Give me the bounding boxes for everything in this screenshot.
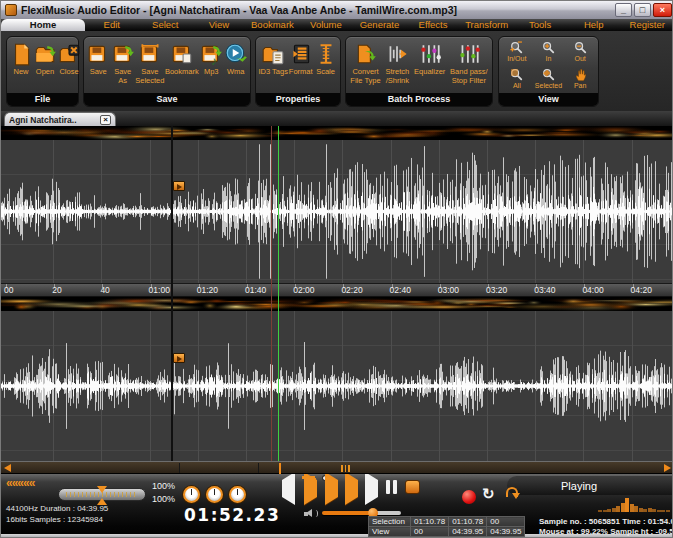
ribbon-button-label: In [546,55,552,63]
ribbon-button-bookmark[interactable]: Bookmark [165,39,199,92]
mouse-position-text: Mouse at : 99.22% Sample ht : -09.56% [539,527,673,536]
save-selected-icon [138,42,162,66]
scroll-left-icon[interactable] [4,464,11,472]
ribbon-button-save-as[interactable]: Save As [111,39,135,92]
ribbon-button-mp3[interactable]: ♪Mp3 [199,39,223,92]
current-time-display: 01:52.23 [184,505,280,525]
menu-item-volume[interactable]: Volume [299,19,353,31]
time-value: 04:39.95 [487,527,525,537]
ribbon-group-view: In/OutInOutAllSelectedPanView [498,36,599,107]
ribbon-button-in-out[interactable]: In/Out [501,39,532,66]
ribbon-button-equalizer[interactable]: Equalizer [414,39,445,92]
ribbon-button-convert-file-type[interactable]: Convert File Type [350,39,380,92]
rewind-chevrons-icon[interactable]: ««««« [6,476,34,490]
bookmark-flag-icon[interactable] [173,181,185,191]
table-row: Selection01:10.7801:10.7800 [369,517,525,527]
menu-item-bookmark[interactable]: Bookmark [246,19,300,31]
overview-strip-bottom[interactable] [1,297,673,311]
close-file-icon [57,42,81,66]
ribbon-group-batch-process: Convert File TypeStretch /ShrinkEqualize… [345,36,493,107]
left-channel-waveform[interactable] [1,140,673,283]
bitdepth-samples-text: 16bits Samples : 12345984 [6,515,103,524]
ribbon-button-close[interactable]: Close [57,39,81,92]
bookmark-flag-icon[interactable] [173,353,185,363]
horizontal-scrollbar[interactable] [1,461,673,474]
transport-panel: ««««« »»»»» Playing 100% 100% 01:52.23 4… [1,474,673,538]
balance-knob[interactable] [206,486,223,503]
tab-close-icon[interactable]: × [100,115,111,125]
loop-button[interactable]: ↻ [482,485,495,503]
ribbon-button-band-pass-stop-filter[interactable]: Band pass/ Stop Filter [450,39,488,92]
ribbon-button-label: ID3 Tags [258,68,287,77]
ribbon-button-save[interactable]: Save [86,39,110,92]
ribbon-button-out[interactable]: Out [564,39,595,66]
pause-button[interactable] [386,480,400,498]
speaker-icon [304,509,318,518]
ribbon-button-wma[interactable]: Wma [224,39,248,92]
menu-item-register[interactable]: Register [620,19,673,31]
play-from-marker-button[interactable] [304,480,317,498]
stop-button[interactable] [405,480,420,494]
ribbon-button-label: New [13,68,28,77]
time-value: 01:10.78 [411,517,449,527]
ribbon-button-in[interactable]: In [533,39,564,66]
scrollbar-selection-marks [341,465,350,472]
time-value: 01:10.78 [449,517,487,527]
zoom-slider-handle[interactable] [96,486,108,505]
timeline-ruler[interactable]: 00204001:0001:2001:4002:0002:2002:4003:0… [1,283,673,297]
menu-item-help[interactable]: Help [567,19,621,31]
close-button[interactable]: × [653,3,672,17]
ribbon-button-label: Stretch /Shrink [385,68,409,85]
ribbon-button-new[interactable]: New [9,39,33,92]
ribbon-button-all[interactable]: All [501,66,532,93]
timeline-label: 01:20 [197,285,218,295]
menu-item-edit[interactable]: Edit [85,19,139,31]
overview-strip-top[interactable] [1,126,673,140]
volume-knob[interactable] [183,486,200,503]
ribbon-button-label: All [513,82,521,90]
ribbon-button-label: Wma [227,68,245,77]
menu-item-transform[interactable]: Transform [460,19,514,31]
level-meter [598,496,670,512]
volume-slider[interactable] [322,511,401,515]
menu-item-select[interactable]: Select [139,19,193,31]
menu-item-view[interactable]: View [192,19,246,31]
ribbon-button-pan[interactable]: Pan [564,66,595,93]
scrollbar-position-marker[interactable] [279,463,281,474]
time-value: 04:39.95 [449,527,487,537]
menu-item-effects[interactable]: Effects [406,19,460,31]
ribbon-button-selected[interactable]: Selected [533,66,564,93]
menu-item-tools[interactable]: Tools [513,19,567,31]
return-to-start-button[interactable] [506,487,518,497]
speed-knob[interactable] [229,486,246,503]
play-selection-button[interactable] [345,480,358,498]
ribbon-button-label: Open [36,68,54,77]
band-pass-filter-icon [457,42,481,66]
play-preview-button[interactable] [325,480,338,498]
ribbon-button-format[interactable]: Format [289,39,313,92]
menu-item-home[interactable]: Home [1,19,85,31]
menu-item-generate[interactable]: Generate [353,19,407,31]
play-button[interactable] [365,480,378,498]
ribbon-button-open[interactable]: Open [33,39,57,92]
ribbon-button-label: Save [90,68,107,77]
record-button[interactable] [462,490,476,504]
right-channel-waveform[interactable] [1,311,673,461]
timeline-label: 03:20 [486,285,507,295]
zoom-slider[interactable] [58,488,146,501]
ribbon-button-label: Save Selected [135,68,164,85]
timeline-label: 03:00 [438,285,459,295]
ribbon-button-label: In/Out [507,55,526,63]
pan-icon [573,67,588,82]
minimize-button[interactable]: _ [615,3,632,17]
ribbon-button-stretch-shrink[interactable]: Stretch /Shrink [385,39,409,92]
maximize-button[interactable]: □ [634,3,651,17]
ribbon-button-save-selected[interactable]: Save Selected [135,39,164,92]
scrollbar-divider [258,463,259,473]
scroll-right-icon[interactable] [664,464,671,472]
document-tab[interactable]: Agni Natchatira.. × [4,112,116,126]
ribbon-button-id3-tags[interactable]: ID3 Tags [258,39,287,92]
ribbon-button-scale[interactable]: Scale [314,39,338,92]
zoom-vertical-value: 100% [152,494,175,504]
go-to-start-button[interactable] [282,480,295,498]
